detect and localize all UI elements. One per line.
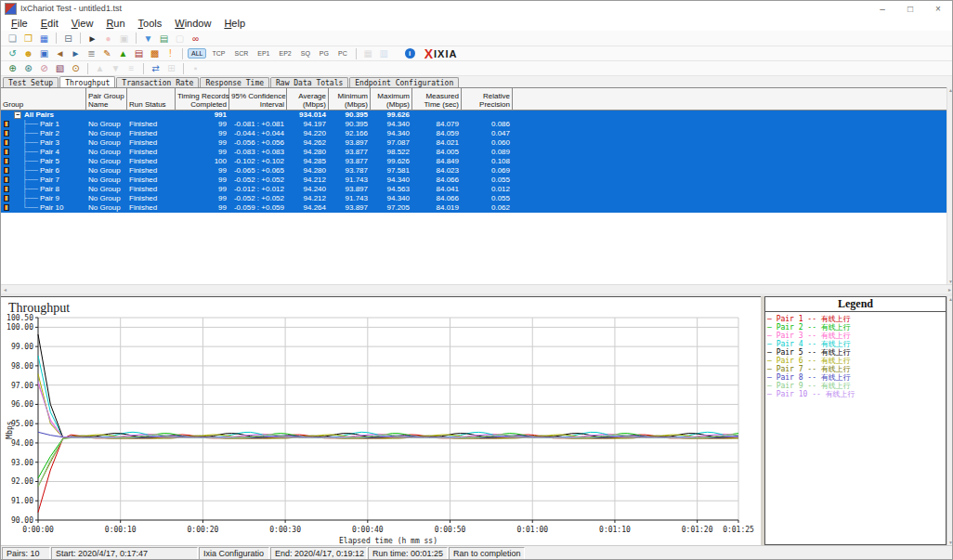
column-header-pair-group[interactable]: Pair Group Name	[86, 88, 127, 110]
add-pair-icon[interactable]: ⊕	[6, 62, 20, 74]
cell: 94.340	[371, 176, 412, 185]
tab-response-time[interactable]: Response Time	[200, 77, 269, 87]
column-header-measured[interactable]: Measured Time (sec)	[412, 88, 462, 110]
legend-scrollbar[interactable]: ▲ ▼	[946, 296, 953, 545]
run-test-icon[interactable]: ►	[85, 33, 99, 45]
column-header-timing-records[interactable]: Timing Records Completed	[176, 88, 229, 110]
table-row-pair-1[interactable]: ├──Pair 1No GroupFinished99-0.081 : +0.0…	[1, 120, 946, 129]
scroll-right-icon[interactable]: ►	[947, 287, 952, 293]
refresh-icon[interactable]: ↺	[6, 47, 20, 59]
table-row-pair-6[interactable]: ├──Pair 6No GroupFinished99-0.065 : +0.0…	[1, 166, 946, 176]
filter-button-sq[interactable]: SQ	[297, 48, 314, 59]
tab-transaction-rate[interactable]: Transaction Rate	[116, 77, 199, 87]
filter-button-pg[interactable]: PG	[316, 48, 333, 59]
cell: 94.285	[287, 157, 329, 166]
edit-pair-icon[interactable]: ▧	[53, 62, 67, 74]
table-row-pair-4[interactable]: ├──Pair 4No GroupFinished99-0.083 : +0.0…	[1, 148, 946, 157]
add-hop-icon[interactable]: ⊘	[37, 62, 51, 74]
minimize-button[interactable]: –	[868, 4, 896, 14]
chart-options-icon[interactable]: ▲	[116, 47, 130, 59]
cell: No Group	[86, 203, 127, 213]
notes-icon[interactable]: ▤	[132, 47, 146, 59]
pair-name: Pair 1	[40, 120, 59, 129]
menu-item-edit[interactable]: Edit	[34, 17, 65, 30]
table-row-all-pairs[interactable]: −All Pairs991934.01490.39599.626	[1, 111, 946, 120]
cell: 0.012	[462, 185, 513, 194]
status-segment-pairs: Pairs: 10	[2, 547, 50, 560]
close-button[interactable]: ×	[924, 4, 952, 14]
move-down-icon[interactable]: ▼	[141, 33, 155, 45]
print-icon[interactable]: ⊟	[61, 33, 75, 45]
filter-button-pc[interactable]: PC	[334, 48, 351, 59]
filter-button-scr[interactable]: SCR	[230, 48, 252, 59]
cell: 100	[176, 157, 229, 166]
report-icon[interactable]: ▤	[157, 33, 171, 45]
separator	[182, 48, 183, 59]
maximize-button[interactable]: □	[896, 4, 924, 14]
column-header-minimum[interactable]: Minimum (Mbps)	[329, 88, 371, 110]
tab-test-setup[interactable]: Test Setup	[3, 77, 59, 87]
video-pair-icon[interactable]: ►	[69, 47, 83, 59]
info-icon[interactable]: i	[405, 48, 415, 59]
scroll-up-icon[interactable]: ▲	[948, 87, 953, 93]
column-header-average[interactable]: Average (Mbps)	[287, 88, 329, 110]
tab-raw-data-totals[interactable]: Raw Data Totals	[270, 77, 348, 87]
column-header-group[interactable]: Group	[1, 88, 86, 110]
filter-button-tcp[interactable]: TCP	[208, 48, 228, 59]
table-row-pair-2[interactable]: ├──Pair 2No GroupFinished99-0.044 : +0.0…	[1, 129, 946, 138]
column-header-relative[interactable]: Relative Precision	[462, 88, 513, 110]
column-header-maximum[interactable]: Maximum (Mbps)	[371, 88, 412, 110]
edit-script-icon[interactable]: ✎	[100, 47, 114, 59]
priority-icon[interactable]: !	[163, 47, 177, 59]
table-row-pair-9[interactable]: ├──Pair 9No GroupFinished99-0.052 : +0.0…	[1, 194, 946, 203]
scroll-left-icon[interactable]: ◄	[3, 287, 7, 293]
menu-item-help[interactable]: Help	[217, 17, 252, 30]
swap-endpoints-icon[interactable]: ⇄	[149, 62, 163, 74]
pair-name: Pair 6	[40, 166, 59, 176]
table-row-pair-10[interactable]: └──Pair 10No GroupFinished99-0.059 : +0.…	[1, 203, 946, 213]
table-vertical-scrollbar[interactable]: ▲ ▼	[946, 87, 953, 284]
scroll-up-icon[interactable]: ▲	[948, 296, 953, 302]
ixia-logo-text: IXIA	[434, 48, 457, 59]
voip-pair-icon[interactable]: ◄	[53, 47, 67, 59]
console-icon[interactable]: ▣	[37, 47, 51, 59]
cell: 94.212	[287, 194, 329, 203]
group-cell: ├──Pair 5	[1, 157, 86, 166]
menu-item-window[interactable]: Window	[168, 17, 217, 30]
filter-button-ep2[interactable]: EP2	[275, 48, 294, 59]
add-multicast-group-icon[interactable]: ⊛	[21, 62, 35, 74]
table-horizontal-scrollbar[interactable]: ◄ ►	[1, 284, 953, 293]
connect-pairs-icon[interactable]: ⊙	[69, 62, 83, 74]
menu-item-tools[interactable]: Tools	[132, 17, 169, 30]
tab-endpoint-configuration[interactable]: Endpoint Configuration	[349, 77, 459, 87]
save-test-icon[interactable]: ▦	[37, 33, 51, 45]
column-header-run-status[interactable]: Run Status	[127, 88, 176, 110]
datagram-icon[interactable]: ≣	[85, 47, 98, 59]
collapse-icon[interactable]: −	[14, 111, 21, 119]
menu-item-view[interactable]: View	[65, 17, 100, 30]
menu-item-run[interactable]: Run	[99, 17, 131, 30]
throughput-chart-svg: 100.50100.0099.0098.0097.0096.0095.0094.…	[1, 297, 761, 546]
table-row-pair-7[interactable]: ├──Pair 7No GroupFinished99-0.052 : +0.0…	[1, 176, 946, 185]
cell: Finished	[127, 176, 176, 185]
cell: Finished	[127, 120, 176, 129]
menu-item-file[interactable]: File	[5, 17, 34, 30]
tab-throughput[interactable]: Throughput	[59, 76, 115, 87]
open-test-icon[interactable]: ❐	[21, 33, 35, 45]
table-row-pair-3[interactable]: ├──Pair 3No GroupFinished99-0.056 : +0.0…	[1, 138, 946, 148]
package-icon[interactable]: ▩	[148, 47, 162, 59]
status-bar: Pairs: 10Start: 2020/4/17, 0:17:47Ixia C…	[1, 545, 953, 560]
table-row-pair-5[interactable]: ├──Pair 5No GroupFinished100-0.102 : +0.…	[1, 157, 946, 166]
filter-button-ep1[interactable]: EP1	[254, 48, 273, 59]
filter-button-all[interactable]: ALL	[188, 48, 206, 59]
find-icon[interactable]: ∞	[189, 33, 202, 45]
svg-text:100.00: 100.00	[7, 323, 33, 332]
separator	[80, 33, 81, 44]
column-header-95-confidence[interactable]: 95% Confidence Interval	[229, 88, 287, 110]
column-header-filler	[513, 88, 946, 110]
new-test-icon[interactable]: ❏	[6, 33, 20, 45]
endpoint-icon[interactable]: ☻	[21, 47, 35, 59]
collapse-all-icon: ▼	[109, 62, 123, 74]
table-row-pair-8[interactable]: ├──Pair 8No GroupFinished99-0.012 : +0.0…	[1, 185, 946, 194]
separator	[143, 63, 144, 74]
